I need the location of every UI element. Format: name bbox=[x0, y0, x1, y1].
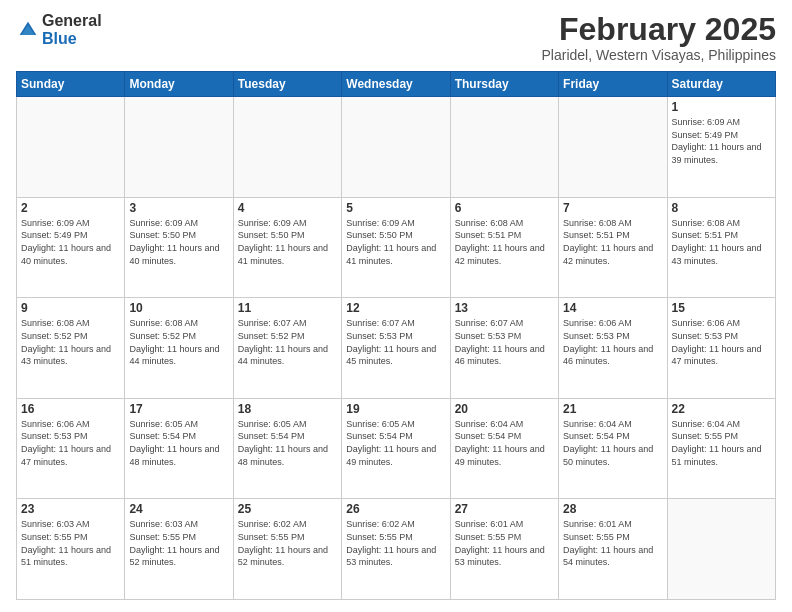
day-info: Sunrise: 6:06 AMSunset: 5:53 PMDaylight:… bbox=[21, 418, 120, 468]
day-info: Sunrise: 6:05 AMSunset: 5:54 PMDaylight:… bbox=[346, 418, 445, 468]
calendar-cell: 3Sunrise: 6:09 AMSunset: 5:50 PMDaylight… bbox=[125, 197, 233, 298]
day-number: 24 bbox=[129, 502, 228, 516]
weekday-header-monday: Monday bbox=[125, 72, 233, 97]
header: General Blue February 2025 Plaridel, Wes… bbox=[16, 12, 776, 63]
calendar-cell: 7Sunrise: 6:08 AMSunset: 5:51 PMDaylight… bbox=[559, 197, 667, 298]
calendar-week-5: 23Sunrise: 6:03 AMSunset: 5:55 PMDayligh… bbox=[17, 499, 776, 600]
calendar-cell bbox=[450, 97, 558, 198]
day-info: Sunrise: 6:09 AMSunset: 5:50 PMDaylight:… bbox=[129, 217, 228, 267]
calendar-cell: 10Sunrise: 6:08 AMSunset: 5:52 PMDayligh… bbox=[125, 298, 233, 399]
day-number: 2 bbox=[21, 201, 120, 215]
day-info: Sunrise: 6:08 AMSunset: 5:52 PMDaylight:… bbox=[21, 317, 120, 367]
day-number: 11 bbox=[238, 301, 337, 315]
day-number: 4 bbox=[238, 201, 337, 215]
day-info: Sunrise: 6:05 AMSunset: 5:54 PMDaylight:… bbox=[238, 418, 337, 468]
calendar-cell: 20Sunrise: 6:04 AMSunset: 5:54 PMDayligh… bbox=[450, 398, 558, 499]
weekday-header-sunday: Sunday bbox=[17, 72, 125, 97]
calendar-cell: 4Sunrise: 6:09 AMSunset: 5:50 PMDaylight… bbox=[233, 197, 341, 298]
calendar-cell: 5Sunrise: 6:09 AMSunset: 5:50 PMDaylight… bbox=[342, 197, 450, 298]
day-number: 18 bbox=[238, 402, 337, 416]
weekday-header-saturday: Saturday bbox=[667, 72, 775, 97]
calendar-cell: 26Sunrise: 6:02 AMSunset: 5:55 PMDayligh… bbox=[342, 499, 450, 600]
day-number: 5 bbox=[346, 201, 445, 215]
day-info: Sunrise: 6:04 AMSunset: 5:55 PMDaylight:… bbox=[672, 418, 771, 468]
calendar-cell bbox=[125, 97, 233, 198]
day-number: 7 bbox=[563, 201, 662, 215]
calendar-header: SundayMondayTuesdayWednesdayThursdayFrid… bbox=[17, 72, 776, 97]
location: Plaridel, Western Visayas, Philippines bbox=[542, 47, 777, 63]
day-info: Sunrise: 6:08 AMSunset: 5:52 PMDaylight:… bbox=[129, 317, 228, 367]
day-number: 22 bbox=[672, 402, 771, 416]
day-number: 23 bbox=[21, 502, 120, 516]
day-info: Sunrise: 6:07 AMSunset: 5:52 PMDaylight:… bbox=[238, 317, 337, 367]
day-number: 19 bbox=[346, 402, 445, 416]
day-number: 3 bbox=[129, 201, 228, 215]
calendar-cell: 25Sunrise: 6:02 AMSunset: 5:55 PMDayligh… bbox=[233, 499, 341, 600]
calendar-cell: 19Sunrise: 6:05 AMSunset: 5:54 PMDayligh… bbox=[342, 398, 450, 499]
logo-general: General bbox=[42, 12, 102, 30]
logo: General Blue bbox=[16, 12, 102, 47]
day-info: Sunrise: 6:09 AMSunset: 5:49 PMDaylight:… bbox=[21, 217, 120, 267]
day-info: Sunrise: 6:09 AMSunset: 5:49 PMDaylight:… bbox=[672, 116, 771, 166]
calendar-cell: 27Sunrise: 6:01 AMSunset: 5:55 PMDayligh… bbox=[450, 499, 558, 600]
day-number: 8 bbox=[672, 201, 771, 215]
day-number: 20 bbox=[455, 402, 554, 416]
weekday-header-tuesday: Tuesday bbox=[233, 72, 341, 97]
day-info: Sunrise: 6:08 AMSunset: 5:51 PMDaylight:… bbox=[672, 217, 771, 267]
day-info: Sunrise: 6:08 AMSunset: 5:51 PMDaylight:… bbox=[563, 217, 662, 267]
day-info: Sunrise: 6:06 AMSunset: 5:53 PMDaylight:… bbox=[563, 317, 662, 367]
calendar-cell: 28Sunrise: 6:01 AMSunset: 5:55 PMDayligh… bbox=[559, 499, 667, 600]
calendar-cell: 2Sunrise: 6:09 AMSunset: 5:49 PMDaylight… bbox=[17, 197, 125, 298]
weekday-header-wednesday: Wednesday bbox=[342, 72, 450, 97]
day-number: 14 bbox=[563, 301, 662, 315]
day-number: 15 bbox=[672, 301, 771, 315]
calendar-body: 1Sunrise: 6:09 AMSunset: 5:49 PMDaylight… bbox=[17, 97, 776, 600]
calendar-cell bbox=[559, 97, 667, 198]
calendar-cell: 6Sunrise: 6:08 AMSunset: 5:51 PMDaylight… bbox=[450, 197, 558, 298]
weekday-row: SundayMondayTuesdayWednesdayThursdayFrid… bbox=[17, 72, 776, 97]
day-info: Sunrise: 6:02 AMSunset: 5:55 PMDaylight:… bbox=[238, 518, 337, 568]
day-info: Sunrise: 6:03 AMSunset: 5:55 PMDaylight:… bbox=[21, 518, 120, 568]
calendar-cell: 9Sunrise: 6:08 AMSunset: 5:52 PMDaylight… bbox=[17, 298, 125, 399]
day-info: Sunrise: 6:04 AMSunset: 5:54 PMDaylight:… bbox=[455, 418, 554, 468]
calendar-cell: 23Sunrise: 6:03 AMSunset: 5:55 PMDayligh… bbox=[17, 499, 125, 600]
title-area: February 2025 Plaridel, Western Visayas,… bbox=[542, 12, 777, 63]
calendar-cell: 15Sunrise: 6:06 AMSunset: 5:53 PMDayligh… bbox=[667, 298, 775, 399]
calendar-cell: 11Sunrise: 6:07 AMSunset: 5:52 PMDayligh… bbox=[233, 298, 341, 399]
weekday-header-friday: Friday bbox=[559, 72, 667, 97]
calendar-cell: 12Sunrise: 6:07 AMSunset: 5:53 PMDayligh… bbox=[342, 298, 450, 399]
day-number: 6 bbox=[455, 201, 554, 215]
day-number: 17 bbox=[129, 402, 228, 416]
calendar-week-4: 16Sunrise: 6:06 AMSunset: 5:53 PMDayligh… bbox=[17, 398, 776, 499]
day-info: Sunrise: 6:03 AMSunset: 5:55 PMDaylight:… bbox=[129, 518, 228, 568]
day-info: Sunrise: 6:01 AMSunset: 5:55 PMDaylight:… bbox=[455, 518, 554, 568]
calendar-cell: 13Sunrise: 6:07 AMSunset: 5:53 PMDayligh… bbox=[450, 298, 558, 399]
day-info: Sunrise: 6:09 AMSunset: 5:50 PMDaylight:… bbox=[238, 217, 337, 267]
calendar-cell: 22Sunrise: 6:04 AMSunset: 5:55 PMDayligh… bbox=[667, 398, 775, 499]
calendar-cell: 24Sunrise: 6:03 AMSunset: 5:55 PMDayligh… bbox=[125, 499, 233, 600]
month-title: February 2025 bbox=[542, 12, 777, 47]
day-info: Sunrise: 6:02 AMSunset: 5:55 PMDaylight:… bbox=[346, 518, 445, 568]
day-info: Sunrise: 6:04 AMSunset: 5:54 PMDaylight:… bbox=[563, 418, 662, 468]
calendar-cell bbox=[17, 97, 125, 198]
weekday-header-thursday: Thursday bbox=[450, 72, 558, 97]
day-number: 25 bbox=[238, 502, 337, 516]
calendar-cell: 16Sunrise: 6:06 AMSunset: 5:53 PMDayligh… bbox=[17, 398, 125, 499]
calendar-cell: 18Sunrise: 6:05 AMSunset: 5:54 PMDayligh… bbox=[233, 398, 341, 499]
calendar-cell: 8Sunrise: 6:08 AMSunset: 5:51 PMDaylight… bbox=[667, 197, 775, 298]
day-info: Sunrise: 6:08 AMSunset: 5:51 PMDaylight:… bbox=[455, 217, 554, 267]
calendar-cell bbox=[667, 499, 775, 600]
calendar: SundayMondayTuesdayWednesdayThursdayFrid… bbox=[16, 71, 776, 600]
calendar-cell bbox=[233, 97, 341, 198]
day-number: 21 bbox=[563, 402, 662, 416]
day-info: Sunrise: 6:05 AMSunset: 5:54 PMDaylight:… bbox=[129, 418, 228, 468]
logo-text: General Blue bbox=[42, 12, 102, 47]
day-number: 28 bbox=[563, 502, 662, 516]
calendar-week-1: 1Sunrise: 6:09 AMSunset: 5:49 PMDaylight… bbox=[17, 97, 776, 198]
logo-blue: Blue bbox=[42, 30, 102, 48]
calendar-cell: 17Sunrise: 6:05 AMSunset: 5:54 PMDayligh… bbox=[125, 398, 233, 499]
day-number: 13 bbox=[455, 301, 554, 315]
day-number: 12 bbox=[346, 301, 445, 315]
day-number: 9 bbox=[21, 301, 120, 315]
day-info: Sunrise: 6:01 AMSunset: 5:55 PMDaylight:… bbox=[563, 518, 662, 568]
